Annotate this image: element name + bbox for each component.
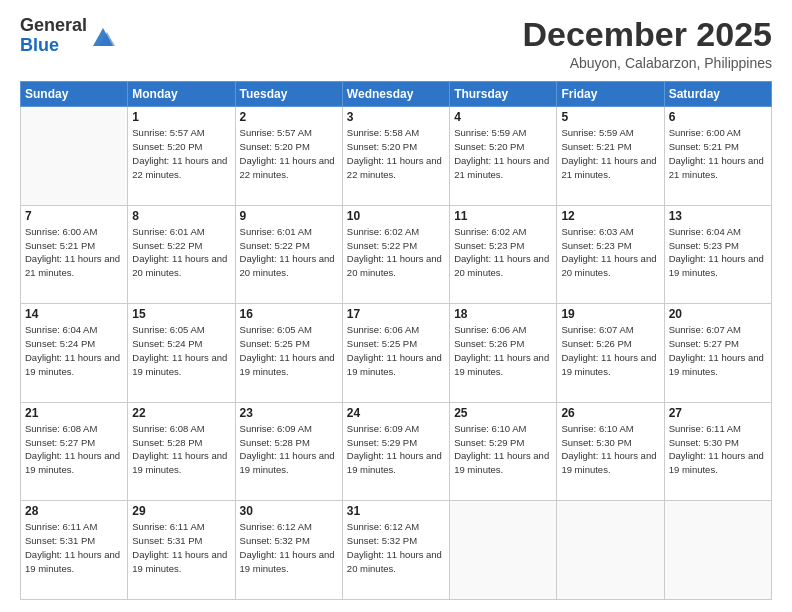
day-number: 1: [132, 110, 230, 124]
table-row: 2Sunrise: 5:57 AM Sunset: 5:20 PM Daylig…: [235, 107, 342, 206]
table-row: 28Sunrise: 6:11 AM Sunset: 5:31 PM Dayli…: [21, 501, 128, 600]
table-row: 17Sunrise: 6:06 AM Sunset: 5:25 PM Dayli…: [342, 304, 449, 403]
day-number: 22: [132, 406, 230, 420]
day-info: Sunrise: 5:59 AM Sunset: 5:21 PM Dayligh…: [561, 126, 659, 181]
day-info: Sunrise: 6:07 AM Sunset: 5:26 PM Dayligh…: [561, 323, 659, 378]
table-row: 1Sunrise: 5:57 AM Sunset: 5:20 PM Daylig…: [128, 107, 235, 206]
day-info: Sunrise: 6:00 AM Sunset: 5:21 PM Dayligh…: [25, 225, 123, 280]
col-monday: Monday: [128, 82, 235, 107]
day-info: Sunrise: 6:11 AM Sunset: 5:30 PM Dayligh…: [669, 422, 767, 477]
day-number: 15: [132, 307, 230, 321]
table-row: 24Sunrise: 6:09 AM Sunset: 5:29 PM Dayli…: [342, 402, 449, 501]
day-number: 11: [454, 209, 552, 223]
table-row: 30Sunrise: 6:12 AM Sunset: 5:32 PM Dayli…: [235, 501, 342, 600]
day-info: Sunrise: 6:08 AM Sunset: 5:27 PM Dayligh…: [25, 422, 123, 477]
day-number: 2: [240, 110, 338, 124]
day-number: 4: [454, 110, 552, 124]
logo-icon: [89, 22, 117, 50]
table-row: 13Sunrise: 6:04 AM Sunset: 5:23 PM Dayli…: [664, 205, 771, 304]
day-info: Sunrise: 6:11 AM Sunset: 5:31 PM Dayligh…: [25, 520, 123, 575]
table-row: 29Sunrise: 6:11 AM Sunset: 5:31 PM Dayli…: [128, 501, 235, 600]
day-info: Sunrise: 6:10 AM Sunset: 5:29 PM Dayligh…: [454, 422, 552, 477]
day-number: 27: [669, 406, 767, 420]
table-row: 19Sunrise: 6:07 AM Sunset: 5:26 PM Dayli…: [557, 304, 664, 403]
table-row: 6Sunrise: 6:00 AM Sunset: 5:21 PM Daylig…: [664, 107, 771, 206]
day-info: Sunrise: 6:05 AM Sunset: 5:25 PM Dayligh…: [240, 323, 338, 378]
col-thursday: Thursday: [450, 82, 557, 107]
logo: General Blue: [20, 16, 117, 56]
day-number: 24: [347, 406, 445, 420]
title-area: December 2025 Abuyon, Calabarzon, Philip…: [522, 16, 772, 71]
calendar-week-row: 1Sunrise: 5:57 AM Sunset: 5:20 PM Daylig…: [21, 107, 772, 206]
table-row: 12Sunrise: 6:03 AM Sunset: 5:23 PM Dayli…: [557, 205, 664, 304]
day-info: Sunrise: 6:05 AM Sunset: 5:24 PM Dayligh…: [132, 323, 230, 378]
table-row: 23Sunrise: 6:09 AM Sunset: 5:28 PM Dayli…: [235, 402, 342, 501]
day-info: Sunrise: 6:01 AM Sunset: 5:22 PM Dayligh…: [132, 225, 230, 280]
calendar-table: Sunday Monday Tuesday Wednesday Thursday…: [20, 81, 772, 600]
col-sunday: Sunday: [21, 82, 128, 107]
location: Abuyon, Calabarzon, Philippines: [522, 55, 772, 71]
day-number: 25: [454, 406, 552, 420]
table-row: 26Sunrise: 6:10 AM Sunset: 5:30 PM Dayli…: [557, 402, 664, 501]
logo-text: General Blue: [20, 16, 87, 56]
calendar-header-row: Sunday Monday Tuesday Wednesday Thursday…: [21, 82, 772, 107]
calendar-week-row: 14Sunrise: 6:04 AM Sunset: 5:24 PM Dayli…: [21, 304, 772, 403]
day-number: 10: [347, 209, 445, 223]
day-number: 12: [561, 209, 659, 223]
day-info: Sunrise: 6:07 AM Sunset: 5:27 PM Dayligh…: [669, 323, 767, 378]
day-info: Sunrise: 5:57 AM Sunset: 5:20 PM Dayligh…: [240, 126, 338, 181]
table-row: 3Sunrise: 5:58 AM Sunset: 5:20 PM Daylig…: [342, 107, 449, 206]
table-row: [21, 107, 128, 206]
day-info: Sunrise: 6:00 AM Sunset: 5:21 PM Dayligh…: [669, 126, 767, 181]
day-number: 7: [25, 209, 123, 223]
table-row: 21Sunrise: 6:08 AM Sunset: 5:27 PM Dayli…: [21, 402, 128, 501]
table-row: 10Sunrise: 6:02 AM Sunset: 5:22 PM Dayli…: [342, 205, 449, 304]
header: General Blue December 2025 Abuyon, Calab…: [20, 16, 772, 71]
table-row: 7Sunrise: 6:00 AM Sunset: 5:21 PM Daylig…: [21, 205, 128, 304]
table-row: 4Sunrise: 5:59 AM Sunset: 5:20 PM Daylig…: [450, 107, 557, 206]
day-number: 9: [240, 209, 338, 223]
day-number: 8: [132, 209, 230, 223]
logo-blue: Blue: [20, 36, 87, 56]
day-number: 26: [561, 406, 659, 420]
day-info: Sunrise: 6:11 AM Sunset: 5:31 PM Dayligh…: [132, 520, 230, 575]
col-friday: Friday: [557, 82, 664, 107]
table-row: 25Sunrise: 6:10 AM Sunset: 5:29 PM Dayli…: [450, 402, 557, 501]
table-row: 14Sunrise: 6:04 AM Sunset: 5:24 PM Dayli…: [21, 304, 128, 403]
month-title: December 2025: [522, 16, 772, 53]
day-number: 5: [561, 110, 659, 124]
day-info: Sunrise: 6:12 AM Sunset: 5:32 PM Dayligh…: [347, 520, 445, 575]
day-info: Sunrise: 6:04 AM Sunset: 5:23 PM Dayligh…: [669, 225, 767, 280]
day-number: 6: [669, 110, 767, 124]
day-number: 16: [240, 307, 338, 321]
table-row: 27Sunrise: 6:11 AM Sunset: 5:30 PM Dayli…: [664, 402, 771, 501]
day-number: 29: [132, 504, 230, 518]
table-row: 22Sunrise: 6:08 AM Sunset: 5:28 PM Dayli…: [128, 402, 235, 501]
day-info: Sunrise: 6:02 AM Sunset: 5:22 PM Dayligh…: [347, 225, 445, 280]
table-row: 5Sunrise: 5:59 AM Sunset: 5:21 PM Daylig…: [557, 107, 664, 206]
table-row: [664, 501, 771, 600]
day-number: 30: [240, 504, 338, 518]
calendar-week-row: 7Sunrise: 6:00 AM Sunset: 5:21 PM Daylig…: [21, 205, 772, 304]
day-info: Sunrise: 6:03 AM Sunset: 5:23 PM Dayligh…: [561, 225, 659, 280]
table-row: 16Sunrise: 6:05 AM Sunset: 5:25 PM Dayli…: [235, 304, 342, 403]
col-wednesday: Wednesday: [342, 82, 449, 107]
day-info: Sunrise: 6:01 AM Sunset: 5:22 PM Dayligh…: [240, 225, 338, 280]
day-info: Sunrise: 6:09 AM Sunset: 5:28 PM Dayligh…: [240, 422, 338, 477]
day-info: Sunrise: 6:06 AM Sunset: 5:26 PM Dayligh…: [454, 323, 552, 378]
day-number: 31: [347, 504, 445, 518]
table-row: 31Sunrise: 6:12 AM Sunset: 5:32 PM Dayli…: [342, 501, 449, 600]
col-tuesday: Tuesday: [235, 82, 342, 107]
table-row: 15Sunrise: 6:05 AM Sunset: 5:24 PM Dayli…: [128, 304, 235, 403]
table-row: 9Sunrise: 6:01 AM Sunset: 5:22 PM Daylig…: [235, 205, 342, 304]
day-number: 17: [347, 307, 445, 321]
table-row: 20Sunrise: 6:07 AM Sunset: 5:27 PM Dayli…: [664, 304, 771, 403]
day-info: Sunrise: 6:12 AM Sunset: 5:32 PM Dayligh…: [240, 520, 338, 575]
day-number: 14: [25, 307, 123, 321]
day-info: Sunrise: 5:58 AM Sunset: 5:20 PM Dayligh…: [347, 126, 445, 181]
day-number: 3: [347, 110, 445, 124]
table-row: [450, 501, 557, 600]
calendar-week-row: 21Sunrise: 6:08 AM Sunset: 5:27 PM Dayli…: [21, 402, 772, 501]
day-info: Sunrise: 6:10 AM Sunset: 5:30 PM Dayligh…: [561, 422, 659, 477]
day-info: Sunrise: 6:09 AM Sunset: 5:29 PM Dayligh…: [347, 422, 445, 477]
